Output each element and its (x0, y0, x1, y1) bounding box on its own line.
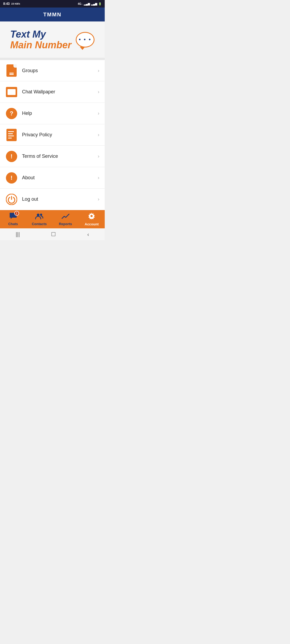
account-nav-icon (88, 212, 95, 221)
nav-item-contacts[interactable]: Contacts (26, 213, 53, 226)
menu-item-groups[interactable]: Groups › (0, 60, 105, 81)
account-nav-label: Account (85, 222, 99, 226)
nav-item-reports[interactable]: Reports (52, 213, 79, 226)
menu-item-log-out[interactable]: Log out › (0, 189, 105, 210)
log-out-chevron: › (98, 196, 99, 202)
reports-nav-label: Reports (59, 222, 72, 226)
android-menu-btn[interactable]: ||| (16, 231, 20, 237)
log-out-icon (5, 193, 18, 206)
logo-text-bottom: Main Number (10, 40, 71, 50)
list-line-2 (8, 133, 13, 134)
exclamation-circle-icon-about: ! (6, 172, 17, 184)
privacy-policy-label: Privacy Policy (22, 132, 98, 138)
nav-item-chats[interactable]: 2 Chats (0, 213, 26, 226)
about-chevron: › (98, 175, 99, 181)
doc-icon (6, 64, 17, 77)
terms-of-service-label: Terms of Service (22, 153, 98, 159)
chats-nav-label: Chats (8, 222, 18, 226)
kbps: 23 KB/s (11, 2, 20, 5)
question-circle-icon: ? (6, 108, 17, 119)
svg-point-6 (40, 214, 42, 216)
terms-chevron: › (98, 153, 99, 159)
signal-icon: ▂▄▆ (84, 2, 90, 5)
android-home-btn[interactable]: ☐ (51, 231, 56, 237)
groups-icon (5, 64, 18, 77)
nav-item-account[interactable]: Account (79, 212, 105, 226)
chat-bubble-dots: • • • (79, 36, 91, 43)
signal-icon-2: ▂▄▆ (91, 2, 97, 5)
list-line-3 (8, 136, 14, 136)
list-line-1 (8, 131, 14, 132)
contacts-nav-icon (35, 213, 43, 221)
about-label: About (22, 175, 98, 181)
terms-icon: ! (5, 150, 18, 163)
reports-nav-icon (61, 213, 70, 221)
wallpaper-inner (8, 89, 16, 95)
svg-point-8 (90, 215, 93, 217)
chat-wallpaper-label: Chat Wallpaper (22, 89, 98, 95)
menu-item-about[interactable]: ! About › (0, 167, 105, 189)
status-bar: 8:43 23 KB/s 4G↓ ▂▄▆ ▂▄▆ 🔋 (0, 0, 105, 8)
android-nav-bar: ||| ☐ ‹ (0, 228, 105, 240)
separator (0, 58, 105, 60)
logo-area: Text My Main Number • • • (0, 21, 105, 58)
app-title: TMMN (43, 12, 61, 18)
groups-chevron: › (98, 68, 99, 74)
app-header: TMMN (0, 8, 105, 21)
log-out-label: Log out (22, 196, 98, 202)
main-content: Text My Main Number • • • Groups › (0, 21, 105, 210)
privacy-policy-icon (5, 129, 18, 141)
help-icon: ? (5, 107, 18, 120)
menu-item-chat-wallpaper[interactable]: Chat Wallpaper › (0, 81, 105, 103)
svg-rect-0 (9, 73, 14, 74)
chat-wallpaper-chevron: › (98, 89, 99, 95)
chat-bubble-icon: • • • (76, 32, 95, 47)
about-icon: ! (5, 172, 18, 184)
groups-label: Groups (22, 68, 98, 74)
android-back-btn[interactable]: ‹ (87, 231, 89, 237)
menu-item-terms-of-service[interactable]: ! Terms of Service › (0, 146, 105, 167)
chats-badge: 2 (14, 211, 19, 216)
bottom-nav: 2 Chats Contacts Reports (0, 210, 105, 228)
contacts-nav-label: Contacts (32, 222, 47, 226)
help-chevron: › (98, 111, 99, 116)
time: 8:43 (3, 2, 10, 6)
logo-text-top: Text My (10, 29, 71, 40)
menu-item-help[interactable]: ? Help › (0, 103, 105, 124)
exclamation-circle-icon-terms: ! (6, 151, 17, 162)
svg-rect-1 (9, 74, 14, 75)
battery-icon: 🔋 (98, 2, 102, 5)
menu-list: Groups › Chat Wallpaper › ? Help › (0, 60, 105, 210)
menu-item-privacy-policy[interactable]: Privacy Policy › (0, 124, 105, 146)
wallpaper-icon (6, 87, 17, 97)
chat-wallpaper-icon (5, 86, 18, 98)
list-icon (6, 129, 17, 141)
chats-nav-icon: 2 (9, 213, 17, 221)
help-label: Help (22, 111, 98, 116)
list-line-4 (8, 138, 12, 138)
logo-text: Text My Main Number (10, 29, 71, 50)
status-right: 4G↓ ▂▄▆ ▂▄▆ 🔋 (78, 2, 102, 5)
status-left: 8:43 23 KB/s (3, 2, 20, 6)
data-icon: 4G↓ (78, 2, 82, 5)
privacy-policy-chevron: › (98, 132, 99, 138)
logo-container: Text My Main Number • • • (10, 29, 95, 50)
